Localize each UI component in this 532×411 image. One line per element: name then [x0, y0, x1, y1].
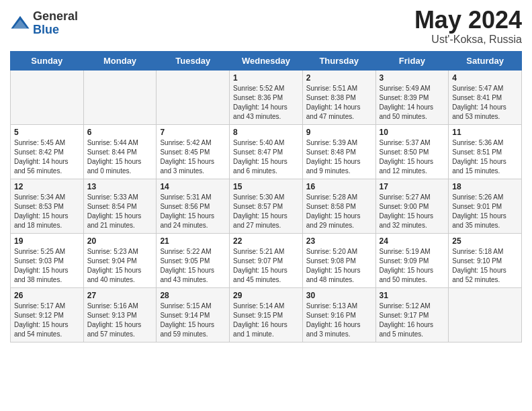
logo: General Blue	[10, 10, 78, 37]
day-info: Sunrise: 5:28 AMSunset: 8:58 PMDaylight:…	[306, 193, 372, 230]
day-info: Sunrise: 5:22 AMSunset: 9:05 PMDaylight:…	[160, 247, 226, 285]
table-row	[449, 287, 522, 342]
day-number: 8	[233, 128, 299, 137]
day-number: 20	[87, 236, 153, 246]
day-info: Sunrise: 5:26 AMSunset: 9:01 PMDaylight:…	[452, 193, 518, 230]
table-row: 5 Sunrise: 5:45 AMSunset: 8:42 PMDayligh…	[11, 124, 84, 179]
day-number: 7	[160, 128, 226, 137]
day-info: Sunrise: 5:52 AMSunset: 8:36 PMDaylight:…	[233, 84, 299, 122]
col-tuesday: Tuesday	[157, 51, 230, 70]
day-info: Sunrise: 5:17 AMSunset: 9:12 PMDaylight:…	[14, 302, 80, 339]
col-thursday: Thursday	[302, 51, 375, 70]
table-row: 23 Sunrise: 5:20 AMSunset: 9:08 PMDaylig…	[302, 233, 375, 287]
table-row: 27 Sunrise: 5:16 AMSunset: 9:13 PMDaylig…	[83, 287, 157, 342]
day-info: Sunrise: 5:45 AMSunset: 8:42 PMDaylight:…	[14, 138, 80, 176]
day-info: Sunrise: 5:30 AMSunset: 8:57 PMDaylight:…	[233, 193, 299, 230]
day-number: 13	[87, 182, 153, 191]
table-row: 14 Sunrise: 5:31 AMSunset: 8:56 PMDaylig…	[157, 179, 230, 233]
day-number: 31	[380, 291, 445, 300]
calendar-location: Ust'-Koksa, Russia	[414, 34, 522, 46]
day-info: Sunrise: 5:34 AMSunset: 8:53 PMDaylight:…	[14, 193, 80, 230]
table-row: 30 Sunrise: 5:13 AMSunset: 9:16 PMDaylig…	[302, 287, 375, 342]
table-row: 16 Sunrise: 5:28 AMSunset: 8:58 PMDaylig…	[302, 179, 375, 233]
day-number: 25	[452, 236, 518, 246]
day-info: Sunrise: 5:42 AMSunset: 8:45 PMDaylight:…	[160, 138, 226, 176]
table-row: 17 Sunrise: 5:27 AMSunset: 9:00 PMDaylig…	[375, 179, 449, 233]
table-row: 18 Sunrise: 5:26 AMSunset: 9:01 PMDaylig…	[449, 179, 522, 233]
day-info: Sunrise: 5:20 AMSunset: 9:08 PMDaylight:…	[306, 247, 372, 285]
day-number: 23	[306, 236, 372, 246]
day-info: Sunrise: 5:36 AMSunset: 8:51 PMDaylight:…	[452, 138, 518, 176]
table-row: 13 Sunrise: 5:33 AMSunset: 8:54 PMDaylig…	[83, 179, 157, 233]
logo-icon	[10, 13, 30, 34]
day-number: 22	[233, 236, 299, 246]
table-row: 7 Sunrise: 5:42 AMSunset: 8:45 PMDayligh…	[157, 124, 230, 179]
day-number: 18	[452, 182, 518, 191]
col-wednesday: Wednesday	[230, 51, 303, 70]
day-number: 15	[233, 182, 299, 191]
day-info: Sunrise: 5:33 AMSunset: 8:54 PMDaylight:…	[87, 193, 153, 230]
table-row: 4 Sunrise: 5:47 AMSunset: 8:41 PMDayligh…	[449, 70, 522, 124]
table-row	[11, 70, 84, 124]
day-info: Sunrise: 5:12 AMSunset: 9:17 PMDaylight:…	[380, 302, 445, 339]
day-number: 30	[306, 291, 372, 300]
day-info: Sunrise: 5:47 AMSunset: 8:41 PMDaylight:…	[452, 84, 518, 122]
day-info: Sunrise: 5:15 AMSunset: 9:14 PMDaylight:…	[160, 302, 226, 339]
col-monday: Monday	[83, 51, 157, 70]
day-number: 24	[380, 236, 445, 246]
day-number: 4	[452, 73, 518, 83]
day-number: 16	[306, 182, 372, 191]
day-number: 5	[14, 128, 80, 137]
table-row: 24 Sunrise: 5:19 AMSunset: 9:09 PMDaylig…	[375, 233, 449, 287]
day-number: 9	[306, 128, 372, 137]
title-block: May 2024 Ust'-Koksa, Russia	[414, 7, 522, 46]
col-saturday: Saturday	[449, 51, 522, 70]
col-sunday: Sunday	[11, 51, 84, 70]
day-number: 19	[14, 236, 80, 246]
table-row: 3 Sunrise: 5:49 AMSunset: 8:39 PMDayligh…	[375, 70, 449, 124]
day-number: 29	[233, 291, 299, 300]
table-row: 6 Sunrise: 5:44 AMSunset: 8:44 PMDayligh…	[83, 124, 157, 179]
day-number: 10	[380, 128, 445, 137]
logo-general: General	[33, 10, 78, 24]
day-number: 12	[14, 182, 80, 191]
table-row: 10 Sunrise: 5:37 AMSunset: 8:50 PMDaylig…	[375, 124, 449, 179]
table-row: 20 Sunrise: 5:23 AMSunset: 9:04 PMDaylig…	[83, 233, 157, 287]
day-number: 26	[14, 291, 80, 300]
table-row: 11 Sunrise: 5:36 AMSunset: 8:51 PMDaylig…	[449, 124, 522, 179]
table-row: 1 Sunrise: 5:52 AMSunset: 8:36 PMDayligh…	[230, 70, 303, 124]
table-row: 21 Sunrise: 5:22 AMSunset: 9:05 PMDaylig…	[157, 233, 230, 287]
table-row	[157, 70, 230, 124]
table-row: 12 Sunrise: 5:34 AMSunset: 8:53 PMDaylig…	[11, 179, 84, 233]
day-number: 1	[233, 73, 299, 83]
table-row: 31 Sunrise: 5:12 AMSunset: 9:17 PMDaylig…	[375, 287, 449, 342]
day-info: Sunrise: 5:18 AMSunset: 9:10 PMDaylight:…	[452, 247, 518, 285]
logo-blue: Blue	[33, 24, 78, 37]
table-row: 26 Sunrise: 5:17 AMSunset: 9:12 PMDaylig…	[11, 287, 84, 342]
day-info: Sunrise: 5:14 AMSunset: 9:15 PMDaylight:…	[233, 302, 299, 339]
table-row	[83, 70, 157, 124]
page-header: General Blue May 2024 Ust'-Koksa, Russia	[10, 7, 522, 46]
day-info: Sunrise: 5:23 AMSunset: 9:04 PMDaylight:…	[87, 247, 153, 285]
day-number: 28	[160, 291, 226, 300]
calendar-table: Sunday Monday Tuesday Wednesday Thursday…	[10, 51, 522, 342]
day-number: 3	[380, 73, 445, 83]
day-number: 17	[380, 182, 445, 191]
day-number: 21	[160, 236, 226, 246]
calendar-week-row: 26 Sunrise: 5:17 AMSunset: 9:12 PMDaylig…	[11, 287, 522, 342]
table-row: 25 Sunrise: 5:18 AMSunset: 9:10 PMDaylig…	[449, 233, 522, 287]
day-info: Sunrise: 5:37 AMSunset: 8:50 PMDaylight:…	[380, 138, 445, 176]
day-number: 27	[87, 291, 153, 300]
calendar-week-row: 12 Sunrise: 5:34 AMSunset: 8:53 PMDaylig…	[11, 179, 522, 233]
day-info: Sunrise: 5:13 AMSunset: 9:16 PMDaylight:…	[306, 302, 372, 339]
day-info: Sunrise: 5:44 AMSunset: 8:44 PMDaylight:…	[87, 138, 153, 176]
table-row: 2 Sunrise: 5:51 AMSunset: 8:38 PMDayligh…	[302, 70, 375, 124]
day-number: 11	[452, 128, 518, 137]
calendar-week-row: 5 Sunrise: 5:45 AMSunset: 8:42 PMDayligh…	[11, 124, 522, 179]
day-info: Sunrise: 5:51 AMSunset: 8:38 PMDaylight:…	[306, 84, 372, 122]
day-info: Sunrise: 5:31 AMSunset: 8:56 PMDaylight:…	[160, 193, 226, 230]
table-row: 15 Sunrise: 5:30 AMSunset: 8:57 PMDaylig…	[230, 179, 303, 233]
col-friday: Friday	[375, 51, 449, 70]
table-row: 29 Sunrise: 5:14 AMSunset: 9:15 PMDaylig…	[230, 287, 303, 342]
table-row: 28 Sunrise: 5:15 AMSunset: 9:14 PMDaylig…	[157, 287, 230, 342]
